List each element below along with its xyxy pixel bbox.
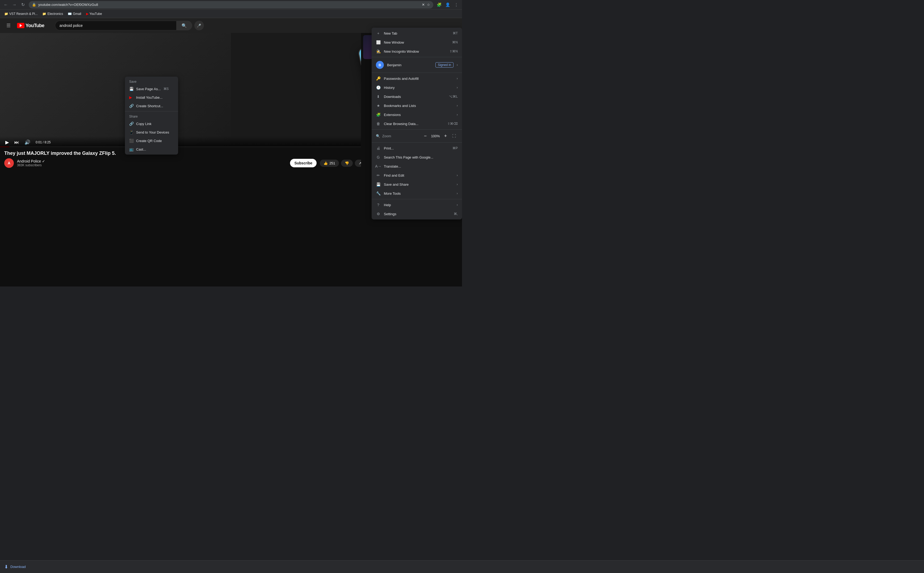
extensions-label: Extensions — [384, 113, 454, 117]
qr-code-icon: ⬛ — [129, 139, 133, 143]
settings-item[interactable]: ⚙ Settings ⌘, — [371, 209, 462, 218]
bookmark-gmail[interactable]: ✉️ Gmail — [66, 11, 83, 17]
install-icon: ▶ — [129, 95, 133, 100]
cast-item[interactable]: 📺 Cast... — [125, 145, 178, 153]
save-page-shortcut: ⌘S — [164, 87, 169, 91]
back-button[interactable]: ← — [2, 1, 9, 8]
downloads-icon: ⬇ — [376, 94, 381, 99]
shortcut-icon: 🔗 — [129, 104, 133, 108]
bookmarks-bar: 📁 VST Reserch & Pl... 📁 Electronics ✉️ G… — [0, 9, 462, 18]
extensions-arrow-icon: › — [457, 113, 458, 116]
create-shortcut-item[interactable]: 🔗 Create Shortcut... — [125, 102, 178, 110]
print-item[interactable]: 🖨 Print... ⌘P — [371, 144, 462, 153]
find-edit-icon: ✏ — [376, 173, 381, 178]
create-shortcut-label: Create Shortcut... — [136, 104, 163, 108]
zoom-minus-button[interactable]: − — [421, 132, 429, 140]
send-to-devices-item[interactable]: 📱 Send to Your Devices — [125, 128, 178, 136]
cast-label: Cast... — [136, 147, 146, 151]
translate-label: Translate... — [384, 164, 458, 168]
bookmarks-item[interactable]: ★ Bookmarks and Lists › — [371, 101, 462, 110]
install-youtube-label: Install YouTube... — [136, 96, 162, 100]
bookmark-youtube[interactable]: ▶ YouTube — [84, 11, 104, 17]
history-arrow-icon: › — [457, 86, 458, 89]
signed-in-badge: Signed in — [435, 62, 454, 67]
new-incognito-label: New Incognito Window — [384, 50, 446, 53]
url-input[interactable]: youtube.com/watch?v=OEf0OWXzGu8 — [38, 3, 420, 7]
history-item[interactable]: 🕐 History › — [371, 83, 462, 92]
zoom-plus-button[interactable]: + — [442, 132, 449, 140]
install-youtube-item[interactable]: ▶ Install YouTube... — [125, 93, 178, 102]
passwords-icon: 🔑 — [376, 76, 381, 81]
bookmark-electronics[interactable]: 📁 Electronics — [40, 11, 65, 17]
star-icon[interactable]: ☆ — [427, 3, 430, 7]
translate-item[interactable]: A→ Translate... — [371, 162, 462, 171]
address-bar[interactable]: 🔒 youtube.com/watch?v=OEf0OWXzGu8 ✕ ☆ — [29, 1, 433, 8]
help-item[interactable]: ? Help › — [371, 200, 462, 209]
submenu-separator — [125, 111, 178, 111]
create-qr-item[interactable]: ⬛ Create QR Code — [125, 136, 178, 145]
incognito-icon: 🕵 — [376, 49, 381, 54]
zoom-row: 🔍 Zoom − 100% + ⛶ — [371, 131, 462, 141]
save-page-as-item[interactable]: 💾 Save Page As... ⌘S — [125, 85, 178, 93]
save-section-label: Save — [125, 78, 178, 85]
clear-data-shortcut: ⇧⌘⌫ — [447, 122, 458, 125]
downloads-item[interactable]: ⬇ Downloads ⌥⌘L — [371, 92, 462, 101]
new-tab-icon: + — [376, 31, 381, 36]
share-section-label: Share — [125, 113, 178, 119]
refresh-button[interactable]: ↻ — [19, 1, 27, 8]
extensions-item[interactable]: 🧩 Extensions › — [371, 110, 462, 119]
new-window-label: New Window — [384, 41, 449, 44]
find-edit-item[interactable]: ✏ Find and Edit › — [371, 171, 462, 180]
new-tab-item[interactable]: + New Tab ⌘T — [371, 29, 462, 38]
copy-link-item[interactable]: 🔗 Copy Link — [125, 119, 178, 128]
find-edit-arrow-icon: › — [457, 174, 458, 177]
clear-url-icon[interactable]: ✕ — [422, 3, 425, 7]
menu-sep-3 — [371, 129, 462, 130]
extensions-button[interactable]: 🧩 — [435, 1, 443, 8]
profile-button[interactable]: 👤 — [444, 1, 451, 8]
new-incognito-shortcut: ⇧⌘N — [450, 50, 458, 53]
help-label: Help — [384, 203, 454, 207]
new-window-shortcut: ⌘N — [452, 41, 458, 44]
passwords-arrow-icon: › — [457, 77, 458, 80]
chrome-menu-button[interactable]: ⋮ — [453, 1, 460, 8]
search-page-item[interactable]: G Search This Page with Google... — [371, 153, 462, 162]
save-page-label: Save Page As... — [136, 87, 161, 91]
nav-buttons: ← → ↻ — [2, 1, 27, 8]
clear-data-item[interactable]: 🗑 Clear Browsing Data... ⇧⌘⌫ — [371, 119, 462, 128]
history-label: History — [384, 86, 454, 90]
more-tools-item[interactable]: 🔧 More Tools › — [371, 189, 462, 198]
google-search-icon: G — [376, 155, 381, 160]
send-to-devices-label: Send to Your Devices — [136, 130, 169, 134]
downloads-shortcut: ⌥⌘L — [449, 95, 458, 99]
bookmark-gmail-label: Gmail — [73, 12, 81, 16]
passwords-item[interactable]: 🔑 Passwords and Autofill › — [371, 74, 462, 83]
clear-data-label: Clear Browsing Data... — [384, 122, 444, 126]
profile-arrow-icon: › — [457, 63, 458, 67]
profile-name: Benjamin — [387, 63, 432, 67]
zoom-controls: − 100% + ⛶ — [421, 132, 458, 140]
help-arrow-icon: › — [457, 203, 458, 207]
chrome-menu: + New Tab ⌘T ⬜ New Window ⌘N 🕵 New Incog… — [371, 28, 462, 219]
bookmark-folder-icon-2: 📁 — [42, 12, 46, 16]
downloads-label: Downloads — [384, 95, 446, 99]
new-window-item[interactable]: ⬜ New Window ⌘N — [371, 38, 462, 47]
copy-link-label: Copy Link — [136, 122, 151, 126]
new-incognito-item[interactable]: 🕵 New Incognito Window ⇧⌘N — [371, 47, 462, 56]
bookmark-youtube-label: YouTube — [90, 12, 102, 16]
zoom-fullscreen-button[interactable]: ⛶ — [450, 132, 458, 140]
save-share-item[interactable]: 💾 Save and Share › — [371, 180, 462, 189]
print-icon: 🖨 — [376, 146, 381, 150]
copy-link-icon: 🔗 — [129, 122, 133, 126]
cast-icon: 📺 — [129, 147, 133, 151]
profile-row[interactable]: B Benjamin Signed in › — [371, 58, 462, 72]
save-page-icon: 💾 — [129, 87, 133, 91]
bookmark-gmail-icon: ✉️ — [68, 12, 72, 16]
menu-sep-1 — [371, 57, 462, 57]
more-tools-icon: 🔧 — [376, 191, 381, 196]
settings-label: Settings — [384, 212, 451, 216]
bookmark-vst[interactable]: 📁 VST Reserch & Pl... — [2, 11, 40, 17]
create-qr-label: Create QR Code — [136, 139, 162, 143]
forward-button[interactable]: → — [11, 1, 18, 8]
zoom-icon: 🔍 — [376, 134, 380, 138]
